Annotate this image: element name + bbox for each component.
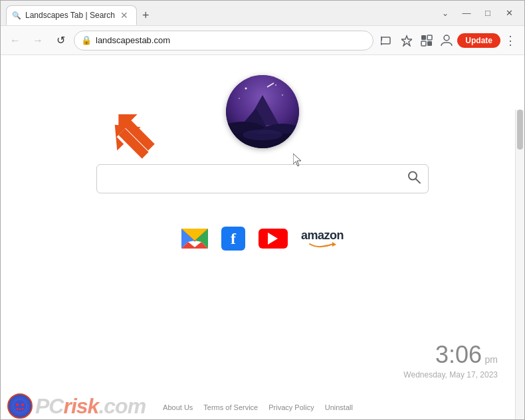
svg-rect-4	[427, 35, 432, 40]
shortcuts-bar: f amazon	[181, 227, 344, 251]
svg-point-16	[239, 98, 240, 99]
footer-privacy[interactable]: Privacy Policy	[268, 403, 314, 411]
page-content: f amazon	[1, 55, 524, 419]
svg-point-24	[243, 130, 282, 140]
svg-point-25	[409, 172, 417, 180]
shortcut-amazon[interactable]: amazon	[301, 229, 344, 249]
svg-line-26	[416, 179, 420, 183]
search-icon	[407, 171, 421, 184]
tab-title: Landscapes Tab | Search	[25, 11, 115, 20]
svg-point-15	[282, 94, 283, 96]
facebook-icon: f	[221, 227, 245, 251]
gmail-icon	[181, 229, 208, 249]
back-button[interactable]: ←	[6, 31, 25, 50]
amazon-icon: amazon	[301, 229, 344, 249]
profile-icon	[441, 35, 453, 47]
tab-close-button[interactable]: ✕	[119, 10, 130, 21]
clock-period: pm	[485, 354, 498, 365]
footer-uninstall[interactable]: Uninstall	[325, 403, 353, 411]
landscape-svg	[226, 75, 299, 148]
svg-point-7	[444, 35, 449, 41]
svg-marker-32	[332, 242, 336, 247]
svg-rect-6	[427, 41, 432, 46]
new-tab-button[interactable]: +	[137, 5, 155, 25]
clock-area: 3:06 pm Wednesday, May 17, 2023	[403, 341, 498, 379]
window-controls: — □ ✕	[457, 7, 519, 20]
update-button[interactable]: Update	[457, 33, 500, 48]
scrollbar-thumb[interactable]	[517, 110, 523, 150]
scrollbar[interactable]	[515, 110, 524, 419]
svg-marker-8	[109, 114, 157, 157]
shortcut-facebook[interactable]: f	[221, 227, 245, 251]
arrow-annotation	[104, 114, 157, 167]
tab-area: 🔍 Landscapes Tab | Search ✕ +	[6, 1, 439, 25]
amazon-text: amazon	[301, 229, 344, 241]
youtube-icon	[259, 229, 288, 249]
forward-button[interactable]: →	[29, 31, 47, 50]
footer-links: About Us Terms of Service Privacy Policy…	[1, 403, 515, 411]
cast-icon	[381, 36, 393, 45]
clock-time: 3:06	[435, 341, 482, 368]
svg-marker-10	[104, 114, 141, 151]
minimize-button[interactable]: —	[457, 7, 476, 20]
bookmark-icon-button[interactable]	[397, 31, 416, 50]
amazon-arrow-icon	[308, 241, 336, 248]
search-container	[96, 164, 429, 193]
svg-marker-2	[401, 36, 412, 46]
toolbar: ← → ↺ 🔒 landscapestab.com	[1, 26, 524, 55]
toolbar-actions: Update ⋮	[377, 31, 519, 50]
url-text: landscapestab.com	[96, 35, 366, 45]
shortcut-gmail[interactable]	[181, 229, 208, 249]
search-input[interactable]	[96, 164, 429, 193]
svg-rect-9	[118, 128, 148, 158]
svg-point-13	[245, 88, 247, 90]
tab-favicon: 🔍	[12, 11, 21, 20]
svg-rect-0	[381, 37, 390, 44]
maximize-button[interactable]: □	[478, 7, 498, 20]
site-logo	[226, 75, 299, 148]
reload-button[interactable]: ↺	[51, 31, 70, 50]
svg-rect-5	[421, 41, 426, 46]
facebook-letter: f	[231, 230, 236, 248]
footer-about-us[interactable]: About Us	[163, 403, 193, 411]
extensions-icon	[421, 35, 433, 47]
clock-date: Wednesday, May 17, 2023	[403, 370, 498, 379]
lock-icon: 🔒	[81, 35, 92, 45]
svg-point-1	[381, 43, 382, 45]
extensions-icon-button[interactable]	[417, 31, 436, 50]
shortcut-youtube[interactable]	[259, 229, 288, 249]
search-button[interactable]	[407, 171, 421, 187]
tab-strip-chevron-icon[interactable]: ⌄	[439, 9, 451, 18]
close-button[interactable]: ✕	[499, 7, 519, 20]
title-bar: 🔍 Landscapes Tab | Search ✕ + ⌄ — □ ✕	[1, 1, 524, 26]
footer-terms[interactable]: Terms of Service	[203, 403, 258, 411]
active-tab[interactable]: 🔍 Landscapes Tab | Search ✕	[6, 5, 137, 25]
profile-icon-button[interactable]	[437, 31, 456, 50]
star-icon	[401, 35, 412, 47]
cast-icon-button[interactable]	[377, 31, 396, 50]
svg-rect-3	[421, 35, 426, 40]
youtube-play-icon	[268, 233, 278, 245]
clock-display: 3:06 pm	[403, 341, 498, 369]
svg-point-14	[275, 84, 276, 86]
address-bar[interactable]: 🔒 landscapestab.com	[74, 31, 373, 51]
menu-dots-button[interactable]: ⋮	[502, 33, 519, 48]
browser-frame: 🔍 Landscapes Tab | Search ✕ + ⌄ — □ ✕ ← …	[0, 0, 525, 420]
